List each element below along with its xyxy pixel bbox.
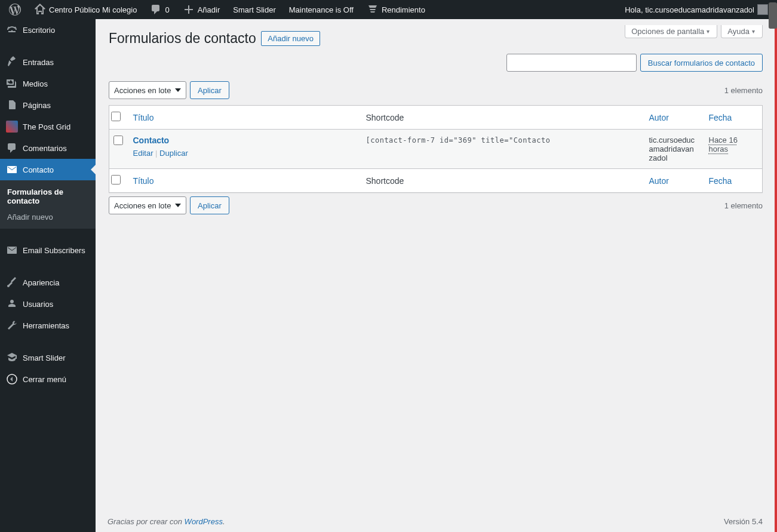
admin-toolbar: Centro Público Mi colegio 0 Añadir Smart… (0, 0, 777, 19)
menu-post-grid[interactable]: The Post Grid (0, 116, 96, 137)
screen-options-toggle[interactable]: Opciones de pantalla (625, 25, 717, 38)
row-title-link[interactable]: Contacto (133, 136, 170, 145)
external-scroll-indicator (769, 2, 777, 29)
smart-slider-link[interactable]: Smart Slider (229, 0, 280, 19)
search-box: Buscar formularios de contacto (506, 54, 763, 72)
cap-icon (6, 352, 18, 364)
shortcode-field[interactable] (366, 136, 551, 144)
home-icon (34, 4, 46, 16)
menu-comments[interactable]: Comentarios (0, 137, 96, 159)
row-actions: Editar | Duplicar (133, 149, 354, 158)
add-new-button[interactable]: Añadir nuevo (261, 31, 320, 46)
menu-pages[interactable]: Páginas (0, 94, 96, 116)
collapse-icon (6, 373, 18, 385)
comments-link[interactable]: 0 (146, 0, 173, 19)
column-author-footer[interactable]: Autor (649, 176, 669, 186)
brush-icon (6, 276, 18, 288)
performance-icon (367, 4, 379, 16)
user-icon (6, 298, 18, 310)
submenu-forms[interactable]: Formularios de contacto (0, 184, 96, 209)
comment-icon (6, 142, 18, 154)
footer-thanks: Gracias por crear con (108, 517, 185, 526)
row-author: tic.cursoeducamadridavanzadol (643, 130, 703, 169)
dashboard-icon (6, 24, 18, 36)
item-count-bottom: 1 elemento (724, 201, 763, 210)
page-icon (6, 99, 18, 111)
tablenav-top: Acciones en lote Aplicar 1 elemento (109, 78, 763, 103)
forms-table: Título Shortcode Autor Fecha Contacto Ed… (109, 105, 763, 193)
add-new-link[interactable]: Añadir (179, 0, 225, 19)
page-title: Formularios de contacto (109, 30, 256, 47)
column-author-header[interactable]: Autor (649, 113, 669, 122)
search-button[interactable]: Buscar formularios de contacto (640, 54, 763, 72)
item-count-top: 1 elemento (724, 86, 763, 95)
menu-posts[interactable]: Entradas (0, 51, 96, 73)
menu-collapse[interactable]: Cerrar menú (0, 368, 96, 390)
bulk-action-select-bottom[interactable]: Acciones en lote (109, 196, 186, 214)
comments-count: 0 (165, 5, 169, 14)
menu-tools[interactable]: Herramientas (0, 315, 96, 336)
column-date-header[interactable]: Fecha (709, 113, 732, 122)
mail-icon (6, 244, 18, 256)
admin-menu: Escritorio Entradas Medios Páginas The P… (0, 19, 96, 532)
admin-footer: Gracias por crear con WordPress. Versión… (96, 511, 775, 532)
howdy-text: Hola, tic.cursoeducamadridavanzadol (625, 5, 754, 14)
column-date-footer[interactable]: Fecha (709, 176, 732, 186)
menu-users[interactable]: Usuarios (0, 293, 96, 315)
site-name: Centro Público Mi colegio (49, 5, 137, 14)
site-name-link[interactable]: Centro Público Mi colegio (30, 0, 141, 19)
duplicate-link[interactable]: Duplicar (159, 149, 188, 158)
bulk-apply-top[interactable]: Aplicar (190, 81, 229, 99)
select-all-top[interactable] (111, 112, 121, 121)
table-row: Contacto Editar | Duplicar tic.cursoeduc… (109, 130, 763, 169)
wp-logo-menu[interactable] (5, 0, 25, 19)
row-date: Hace 16 horas (709, 136, 738, 153)
user-account-link[interactable]: Hola, tic.cursoeducamadridavanzadol (621, 0, 772, 19)
menu-smart-slider[interactable]: Smart Slider (0, 347, 96, 368)
avatar (757, 4, 768, 15)
wordpress-icon (9, 4, 21, 16)
bulk-action-select-top[interactable]: Acciones en lote (109, 81, 186, 99)
media-icon (6, 78, 18, 90)
tablenav-bottom: Acciones en lote Aplicar 1 elemento (109, 193, 763, 218)
footer-version: Versión 5.4 (724, 517, 763, 526)
comment-icon (150, 4, 162, 16)
add-new-label: Añadir (198, 5, 220, 14)
content-area: Opciones de pantalla Ayuda Formularios d… (96, 19, 777, 532)
submenu-add-new[interactable]: Añadir nuevo (0, 209, 96, 225)
submenu-contact: Formularios de contacto Añadir nuevo (0, 180, 96, 229)
bulk-apply-bottom[interactable]: Aplicar (190, 196, 229, 214)
performance-link[interactable]: Rendimiento (363, 0, 429, 19)
column-shortcode-footer: Shortcode (360, 169, 643, 193)
help-toggle[interactable]: Ayuda (721, 25, 763, 38)
plus-icon (183, 4, 195, 16)
mail-icon (6, 164, 18, 176)
column-shortcode-header: Shortcode (360, 106, 643, 130)
grid-icon (6, 121, 18, 133)
menu-appearance[interactable]: Apariencia (0, 272, 96, 293)
menu-media[interactable]: Medios (0, 73, 96, 94)
column-title-footer[interactable]: Título (133, 176, 154, 186)
maintenance-link[interactable]: Maintenance is Off (285, 0, 358, 19)
edit-link[interactable]: Editar (133, 149, 153, 158)
menu-email-subscribers[interactable]: Email Subscribers (0, 239, 96, 261)
pin-icon (6, 56, 18, 68)
search-input[interactable] (506, 54, 637, 72)
select-all-bottom[interactable] (111, 175, 121, 184)
wrench-icon (6, 319, 18, 331)
row-checkbox[interactable] (113, 136, 123, 145)
footer-wordpress-link[interactable]: WordPress (185, 517, 223, 526)
menu-contact[interactable]: Contacto (0, 159, 96, 180)
menu-dashboard[interactable]: Escritorio (0, 19, 96, 41)
column-title-header[interactable]: Título (133, 113, 154, 122)
